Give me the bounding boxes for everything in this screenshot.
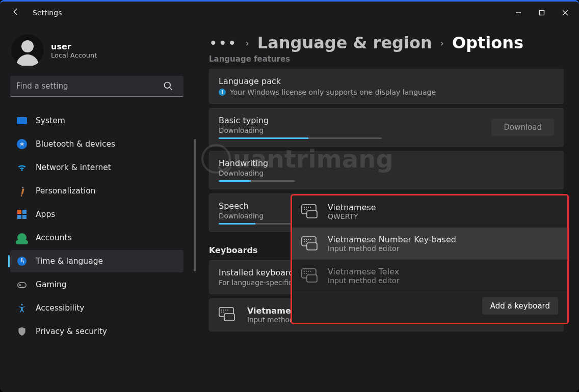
svg-point-4 <box>165 82 171 89</box>
clock-icon <box>16 256 28 267</box>
accounts-icon <box>16 232 28 243</box>
progress-bar <box>219 180 295 182</box>
sidebar: user Local Account System ∗ Bluetooth & … <box>0 24 189 392</box>
svg-rect-10 <box>307 211 317 218</box>
back-icon[interactable] <box>11 7 20 18</box>
flyout-item-vietnamese-number-key[interactable]: Vietnamese Number Key-based Input method… <box>292 228 567 260</box>
sidebar-item-label: Accessibility <box>36 303 84 313</box>
flyout-item-title: Vietnamese <box>328 203 376 212</box>
keyboard-icon <box>301 204 319 219</box>
avatar <box>11 34 44 67</box>
sidebar-item-personalization[interactable]: Personalization <box>10 180 183 202</box>
sidebar-item-accounts[interactable]: Accounts <box>10 227 183 249</box>
sidebar-item-label: Gaming <box>36 280 67 289</box>
sidebar-item-bluetooth[interactable]: ∗ Bluetooth & devices <box>10 133 183 155</box>
user-sub: Local Account <box>51 51 97 59</box>
card-title: Language pack <box>219 76 554 86</box>
apps-icon <box>16 209 28 220</box>
svg-rect-12 <box>307 243 317 250</box>
bluetooth-icon: ∗ <box>16 138 28 150</box>
maximize-button[interactable] <box>530 2 554 24</box>
info-icon: i <box>219 89 226 96</box>
flyout-item-title: Vietnamese Number Key-based <box>328 235 456 244</box>
sidebar-item-gaming[interactable]: Gaming <box>10 273 183 296</box>
breadcrumb-current: Options <box>452 33 523 52</box>
keyboard-icon <box>301 268 319 284</box>
search-box[interactable] <box>10 76 183 97</box>
gamepad-icon <box>16 279 28 290</box>
card-title: Handwriting <box>219 158 554 168</box>
sidebar-item-time-language[interactable]: Time & language <box>10 250 183 272</box>
minimize-button[interactable] <box>507 2 530 24</box>
card-basic-typing[interactable]: Basic typing Downloading Download <box>209 108 564 147</box>
svg-rect-8 <box>224 314 234 321</box>
card-sub: i Your Windows license only supports one… <box>219 88 554 96</box>
system-icon <box>16 115 28 126</box>
download-status: Downloading <box>219 169 554 177</box>
sidebar-item-label: Bluetooth & devices <box>36 139 115 149</box>
accessibility-icon <box>16 302 28 314</box>
sidebar-item-privacy[interactable]: Privacy & security <box>10 320 183 343</box>
flyout-item-sub: Input method editor <box>328 244 456 253</box>
sidebar-item-label: Apps <box>36 210 55 219</box>
svg-rect-1 <box>540 11 544 15</box>
progress-bar <box>219 223 295 225</box>
wifi-icon <box>16 162 28 173</box>
svg-rect-5 <box>18 283 27 287</box>
sidebar-item-label: Privacy & security <box>36 327 107 336</box>
keyboard-icon <box>219 307 236 323</box>
card-handwriting[interactable]: Handwriting Downloading <box>209 151 564 189</box>
sidebar-item-label: Accounts <box>36 233 72 242</box>
chevron-right-icon: › <box>440 38 444 48</box>
progress-bar <box>219 137 382 139</box>
keyboard-icon <box>301 236 319 251</box>
shield-icon <box>16 326 28 337</box>
sidebar-item-system[interactable]: System <box>10 109 183 132</box>
flyout-item-title: Vietnamese Telex <box>328 267 399 276</box>
sidebar-item-apps[interactable]: Apps <box>10 203 183 226</box>
sidebar-item-label: Personalization <box>36 186 96 195</box>
add-keyboard-flyout: Vietnamese QWERTY Vietnamese Number Key-… <box>291 194 569 324</box>
card-language-pack[interactable]: Language pack i Your Windows license onl… <box>209 69 564 104</box>
brush-icon <box>14 183 30 199</box>
sidebar-item-label: System <box>36 116 65 125</box>
chevron-right-icon: › <box>246 38 249 48</box>
titlebar: Settings <box>0 2 579 24</box>
flyout-add-keyboard-button[interactable]: Add a keyboard <box>482 297 558 315</box>
app-title: Settings <box>33 9 62 17</box>
download-button[interactable]: Download <box>491 119 554 136</box>
nav-list: System ∗ Bluetooth & devices Network & i… <box>10 109 183 343</box>
breadcrumb-overflow-icon[interactable]: ••• <box>209 35 238 51</box>
sidebar-item-label: Time & language <box>36 257 103 266</box>
section-language-features: Language features <box>209 54 564 64</box>
flyout-item-sub: QWERTY <box>328 212 376 220</box>
search-icon[interactable] <box>163 81 173 93</box>
window-controls <box>507 2 577 24</box>
svg-point-3 <box>21 40 34 52</box>
breadcrumb-parent[interactable]: Language & region <box>257 33 432 52</box>
sidebar-item-label: Network & internet <box>36 163 111 172</box>
svg-point-6 <box>21 304 22 305</box>
sidebar-item-network[interactable]: Network & internet <box>10 156 183 179</box>
user-block[interactable]: user Local Account <box>10 30 183 76</box>
breadcrumb: ••• › Language & region › Options <box>209 33 564 52</box>
flyout-item-vietnamese-qwerty[interactable]: Vietnamese QWERTY <box>292 195 567 228</box>
flyout-footer: Installed keyboards For language-specifi… <box>292 292 567 323</box>
sidebar-item-accessibility[interactable]: Accessibility <box>10 297 183 319</box>
settings-window: Settings user Local Account <box>0 0 579 392</box>
user-name: user <box>51 42 97 51</box>
svg-rect-14 <box>307 275 317 282</box>
flyout-item-sub: Input method editor <box>328 276 399 285</box>
flyout-item-vietnamese-telex[interactable]: Vietnamese Telex Input method editor <box>292 260 567 292</box>
close-button[interactable] <box>554 2 577 24</box>
search-input[interactable] <box>10 76 183 97</box>
